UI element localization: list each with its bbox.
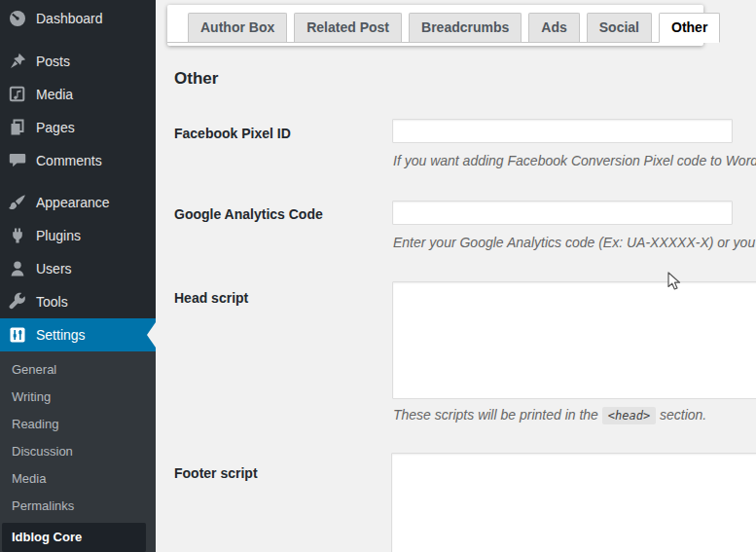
admin-sidebar: Dashboard Posts Media Pages Commen <box>0 0 156 552</box>
sidebar-item-label: Appearance <box>36 195 110 210</box>
settings-submenu: General Writing Reading Discussion Media… <box>0 351 156 552</box>
head-script-description-suffix: section. <box>660 407 706 423</box>
sliders-icon <box>8 325 27 345</box>
plug-icon <box>8 226 27 245</box>
brush-icon <box>8 193 27 212</box>
pages-icon <box>8 118 27 137</box>
sidebar-item-label: Pages <box>36 120 75 135</box>
user-icon <box>8 259 27 278</box>
head-script-textarea[interactable] <box>392 281 756 399</box>
sidebar-item-label: Plugins <box>36 228 81 243</box>
page-title: Other <box>174 69 218 89</box>
submenu-item-media[interactable]: Media <box>0 465 156 493</box>
media-icon <box>8 85 27 104</box>
google-analytics-label: Google Analytics Code <box>174 206 323 222</box>
footer-script-textarea[interactable] <box>391 453 756 552</box>
head-script-description-text: These scripts will be printed in the <box>393 407 598 423</box>
facebook-pixel-id-label: Facebook Pixel ID <box>174 126 291 141</box>
sidebar-item-label: Settings <box>36 327 86 343</box>
sidebar-item-appearance[interactable]: Appearance <box>0 186 156 219</box>
submenu-item-discussion[interactable]: Discussion <box>0 438 156 465</box>
tab-other[interactable]: Other <box>659 13 720 43</box>
facebook-pixel-id-input[interactable] <box>392 119 733 143</box>
current-menu-arrow <box>147 322 156 348</box>
submenu-item-general[interactable]: General <box>0 356 156 384</box>
google-analytics-input[interactable] <box>392 201 733 225</box>
tab-social[interactable]: Social <box>587 13 652 42</box>
settings-content: Author Box Related Post Breadcrumbs Ads … <box>156 0 756 552</box>
sidebar-item-label: Tools <box>36 294 68 310</box>
sidebar-item-label: Dashboard <box>36 11 103 26</box>
tabs-panel: Author Box Related Post Breadcrumbs Ads … <box>167 5 703 46</box>
sidebar-separator <box>0 177 156 187</box>
head-script-description: These scripts will be printed in the <he… <box>393 407 706 423</box>
dashboard-icon <box>8 9 27 28</box>
pin-icon <box>8 52 27 71</box>
tab-related-post[interactable]: Related Post <box>294 13 402 42</box>
sidebar-item-users[interactable]: Users <box>0 252 156 285</box>
sidebar-item-posts[interactable]: Posts <box>0 45 156 78</box>
sidebar-separator <box>0 35 156 45</box>
sidebar-item-pages[interactable]: Pages <box>0 111 156 144</box>
submenu-item-reading[interactable]: Reading <box>0 411 156 438</box>
sidebar-item-label: Posts <box>36 54 70 69</box>
sidebar-item-dashboard[interactable]: Dashboard <box>0 2 156 35</box>
google-analytics-description: Enter your Google Analytics code (Ex: UA… <box>393 235 756 250</box>
facebook-pixel-id-description: If you want adding Facebook Conversion P… <box>393 153 756 168</box>
sidebar-item-label: Comments <box>36 153 102 168</box>
sidebar-item-comments[interactable]: Comments <box>0 144 156 177</box>
wrench-icon <box>8 292 27 312</box>
submenu-item-idblog-core[interactable]: Idblog Core <box>2 523 146 552</box>
tab-breadcrumbs[interactable]: Breadcrumbs <box>409 13 522 42</box>
sidebar-item-label: Media <box>36 87 73 102</box>
sidebar-item-plugins[interactable]: Plugins <box>0 219 156 252</box>
wordpress-admin-screen: Dashboard Posts Media Pages Commen <box>0 0 756 552</box>
sidebar-item-settings[interactable]: Settings <box>0 318 156 351</box>
sidebar-item-label: Users <box>36 261 72 276</box>
sidebar-item-tools[interactable]: Tools <box>0 285 156 318</box>
submenu-item-permalinks[interactable]: Permalinks <box>0 493 156 520</box>
comments-icon <box>8 151 27 170</box>
footer-script-label: Footer script <box>174 465 258 481</box>
head-code-chip: <head> <box>602 407 656 424</box>
submenu-item-writing[interactable]: Writing <box>0 384 156 411</box>
tab-author-box[interactable]: Author Box <box>188 13 287 42</box>
head-script-label: Head script <box>174 290 248 306</box>
nav-tab-bar: Author Box Related Post Breadcrumbs Ads … <box>167 12 703 43</box>
tab-ads[interactable]: Ads <box>528 13 579 42</box>
sidebar-item-media[interactable]: Media <box>0 78 156 111</box>
